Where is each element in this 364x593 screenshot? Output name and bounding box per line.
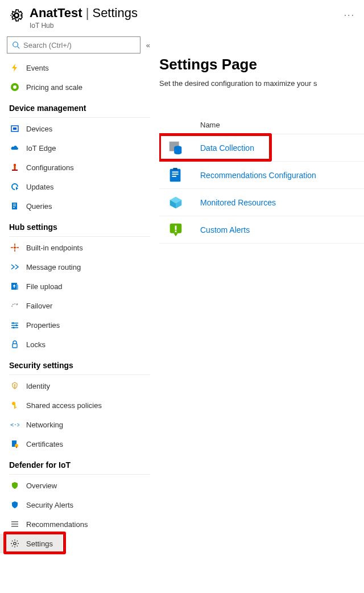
- sidebar-item-label: Configurations: [26, 163, 74, 172]
- updates-icon: [10, 182, 19, 191]
- svg-rect-6: [13, 127, 16, 130]
- networking-icon: <·>: [10, 420, 19, 429]
- svg-rect-49: [175, 225, 177, 230]
- settings-row-recommendations-configuration[interactable]: Recommendations Configuration: [159, 162, 364, 189]
- svg-rect-45: [172, 174, 178, 175]
- svg-rect-12: [13, 205, 16, 206]
- cert-icon: [10, 439, 19, 448]
- sidebar-item-recommendations[interactable]: Recommendations: [0, 514, 159, 534]
- svg-rect-13: [13, 207, 15, 208]
- sidebar-item-locks[interactable]: Locks: [0, 335, 159, 354]
- settings-row-label: Data Collection: [200, 143, 254, 153]
- sidebar-item-label: Overview: [26, 481, 57, 490]
- search-input[interactable]: [23, 41, 135, 50]
- sidebar-item-devices[interactable]: Devices: [0, 119, 159, 138]
- sidebar-item-properties[interactable]: Properties: [0, 315, 159, 335]
- sidebar-item-events[interactable]: Events: [0, 58, 159, 77]
- more-actions-button[interactable]: ···: [344, 6, 355, 20]
- table-header: Name: [159, 116, 364, 134]
- svg-rect-43: [170, 168, 181, 182]
- properties-icon: [10, 320, 19, 330]
- svg-point-27: [14, 384, 16, 386]
- data-icon: [167, 139, 184, 157]
- page-header: AnatTest | Settings IoT Hub ···: [0, 0, 364, 33]
- sidebar-item-label: Pricing and scale: [26, 83, 82, 92]
- svg-point-1: [13, 42, 18, 47]
- sidebar-item-label: Locks: [26, 340, 46, 349]
- sidebar: « EventsPricing and scaleDevice manageme…: [0, 33, 159, 593]
- routing-icon: [10, 262, 19, 271]
- svg-point-25: [13, 327, 14, 328]
- svg-rect-9: [12, 170, 18, 171]
- sidebar-item-shared-access-policies[interactable]: Shared access policies: [0, 396, 159, 415]
- key-icon: [10, 401, 19, 410]
- settings-row-custom-alerts[interactable]: Custom Alerts: [159, 216, 364, 244]
- sidebar-item-configurations[interactable]: Configurations: [0, 158, 159, 177]
- sidebar-item-built-in-endpoints[interactable]: Built-in endpoints: [0, 238, 159, 257]
- sidebar-item-label: Shared access policies: [26, 401, 102, 410]
- search-icon: [12, 41, 20, 49]
- svg-line-2: [18, 47, 20, 49]
- sidebar-item-identity[interactable]: Identity: [0, 376, 159, 396]
- svg-point-23: [12, 322, 14, 324]
- sidebar-item-message-routing[interactable]: Message routing: [0, 257, 159, 277]
- sidebar-item-queries[interactable]: Queries: [0, 196, 159, 216]
- svg-rect-30: [14, 405, 15, 409]
- svg-rect-50: [175, 230, 177, 232]
- gear-icon: [10, 539, 19, 548]
- shield-blue-icon: [10, 500, 19, 509]
- svg-rect-22: [11, 327, 18, 328]
- bolt-icon: [10, 63, 19, 72]
- sidebar-item-networking[interactable]: <·>Networking: [0, 415, 159, 434]
- svg-rect-26: [13, 344, 17, 348]
- settings-row-monitored-resources[interactable]: Monitored Resources: [159, 189, 364, 216]
- svg-rect-44: [172, 171, 178, 172]
- svg-rect-46: [172, 175, 176, 176]
- sidebar-item-label: Certificates: [26, 440, 63, 448]
- sidebar-item-label: Security Alerts: [26, 501, 73, 509]
- devices-icon: [10, 124, 19, 133]
- settings-row-data-collection[interactable]: Data Collection: [159, 134, 364, 162]
- sidebar-item-file-upload[interactable]: File upload: [0, 277, 159, 296]
- settings-row-label: Monitored Resources: [200, 198, 276, 207]
- collapse-sidebar-button[interactable]: «: [144, 39, 152, 52]
- sidebar-item-label: Updates: [26, 183, 53, 191]
- svg-rect-47: [173, 167, 177, 170]
- sidebar-item-pricing-and-scale[interactable]: Pricing and scale: [0, 77, 159, 97]
- sidebar-item-iot-edge[interactable]: IoT Edge: [0, 138, 159, 158]
- svg-rect-37: [11, 526, 18, 527]
- search-input-wrap[interactable]: [7, 36, 140, 53]
- settings-row-label: Custom Alerts: [200, 225, 250, 234]
- page-subtitle: IoT Hub: [30, 22, 138, 30]
- list-icon: [10, 520, 19, 529]
- sidebar-item-overview[interactable]: Overview: [0, 476, 159, 495]
- main-content: Settings Page Set the desired configurat…: [159, 33, 364, 593]
- sidebar-item-label: IoT Edge: [26, 144, 56, 153]
- sidebar-item-settings[interactable]: Settings: [0, 534, 62, 553]
- svg-point-38: [14, 542, 16, 545]
- gear-icon: [9, 8, 24, 23]
- svg-point-14: [14, 246, 16, 249]
- cube-icon: [167, 194, 184, 211]
- config-icon: [10, 163, 19, 172]
- sidebar-item-failover[interactable]: Failover: [0, 296, 159, 315]
- settings-row-label: Recommendations Configuration: [200, 171, 316, 180]
- sidebar-category: Security settings: [0, 354, 159, 372]
- sidebar-item-updates[interactable]: Updates: [0, 177, 159, 196]
- shield-green-icon: [10, 481, 19, 490]
- sidebar-item-certificates[interactable]: Certificates: [0, 434, 159, 454]
- svg-point-0: [15, 14, 19, 18]
- content-title: Settings Page: [159, 56, 364, 79]
- sidebar-item-label: Properties: [26, 321, 60, 330]
- sidebar-item-security-alerts[interactable]: Security Alerts: [0, 495, 159, 514]
- sidebar-category: Hub settings: [0, 216, 159, 234]
- svg-rect-35: [11, 521, 18, 522]
- identity-icon: [10, 381, 19, 390]
- svg-rect-36: [11, 524, 18, 525]
- queries-icon: [10, 201, 19, 211]
- sidebar-item-label: File upload: [26, 282, 63, 291]
- sidebar-item-label: Identity: [26, 382, 50, 390]
- lock-icon: [10, 340, 19, 349]
- sidebar-category: Device management: [0, 97, 159, 115]
- sidebar-item-label: Recommendations: [26, 520, 88, 529]
